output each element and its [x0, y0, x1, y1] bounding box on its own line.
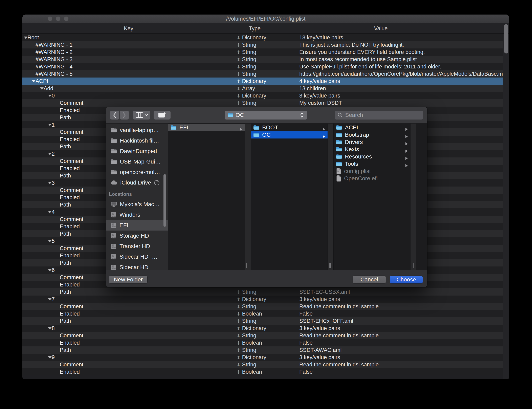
disclosure-triangle-icon[interactable] [48, 298, 52, 300]
plist-row[interactable]: Comment↕StringRead the comment in dsl sa… [22, 361, 503, 368]
plist-row[interactable]: 7↕Dictionary3 key/value pairs [22, 296, 503, 303]
sidebar-location-sidecar-hd[interactable]: Sidecar HD [106, 262, 168, 270]
plist-row[interactable]: Enabled↕BooleanFalse [22, 368, 503, 375]
search-field[interactable] [335, 111, 423, 120]
plist-row[interactable]: 0↕Dictionary3 key/value pairs [22, 92, 503, 99]
row-type[interactable]: ↕Array [237, 85, 255, 92]
row-type[interactable]: ↕String [237, 56, 256, 63]
row-value[interactable]: Read the comment in dsl sample [299, 361, 503, 368]
row-type[interactable]: ↕Dictionary [237, 92, 266, 100]
sidebar-location-winders[interactable]: Winders [106, 210, 168, 220]
row-type[interactable]: ↕String [237, 99, 256, 107]
row-value[interactable]: SSDT-EC-USBX.aml [299, 288, 503, 296]
plist-row[interactable]: 8↕Dictionary3 key/value pairs [22, 325, 503, 332]
choose-button[interactable]: Choose [390, 276, 423, 283]
plist-row[interactable]: Add↕Array13 children [22, 85, 503, 92]
column-resize-handle[interactable] [412, 263, 414, 268]
row-value[interactable]: 13 children [299, 85, 503, 92]
plist-row[interactable]: Comment↕StringRead the comment in dsl sa… [22, 303, 503, 310]
new-folder-button[interactable]: New Folder [109, 276, 147, 283]
sidebar-item-usb-map-gui-[interactable]: USB-Map-Gui… [106, 157, 168, 167]
row-type[interactable]: ↕Dictionary [237, 34, 266, 41]
row-value[interactable]: 3 key/value pairs [299, 354, 503, 361]
row-value[interactable]: SSDT-AWAC.aml [299, 346, 503, 354]
row-type[interactable]: ↕String [237, 63, 256, 70]
row-value[interactable]: False [299, 339, 503, 346]
view-mode-button[interactable] [133, 111, 150, 120]
row-value[interactable]: Read the comment in dsl sample [299, 303, 503, 310]
disclosure-triangle-icon[interactable] [48, 211, 52, 213]
search-input[interactable] [345, 112, 413, 119]
row-type[interactable]: ↕Dictionary [237, 354, 266, 361]
disclosure-triangle-icon[interactable] [48, 182, 52, 184]
row-type[interactable]: ↕String [237, 317, 256, 325]
vertical-scrollbar-thumb[interactable] [504, 24, 508, 54]
column-header-type[interactable]: Type [235, 23, 275, 34]
row-type[interactable]: ↕Boolean [237, 310, 262, 317]
plist-row[interactable]: Path↕StringSSDT-AWAC.aml [22, 346, 503, 354]
row-type[interactable]: ↕Boolean [237, 368, 262, 375]
file-item-drivers[interactable]: Drivers [334, 139, 410, 146]
row-value[interactable]: SSDT-EHCx_OFF.aml [299, 317, 503, 325]
plist-row[interactable]: Path↕StringSSDT-EC-USBX.aml [22, 288, 503, 296]
file-item-config-plist[interactable]: config.plist [334, 167, 410, 175]
row-value[interactable]: This is just a sample. Do NOT try loadin… [299, 41, 503, 48]
column-header-key[interactable]: Key [22, 23, 235, 34]
plist-row[interactable]: #WARNING - 4↕StringUse SampleFull.plist … [22, 63, 503, 70]
row-value[interactable]: Read the comment in dsl sample [299, 332, 503, 339]
row-value[interactable]: Use SampleFull.plist for end of life mod… [299, 63, 503, 70]
row-value[interactable]: False [299, 368, 503, 375]
row-type[interactable]: ↕String [237, 41, 256, 49]
plist-row[interactable]: Root↕Dictionary13 key/value pairs [22, 34, 503, 41]
sidebar-item-opencore-mul-[interactable]: opencore-mul… [106, 167, 168, 177]
plist-row[interactable]: #WARNING - 2↕StringEnsure you understand… [22, 48, 503, 56]
plist-row[interactable]: Comment↕StringMy custom DSDT [22, 99, 503, 107]
row-type[interactable]: ↕Dictionary [237, 296, 266, 303]
plist-row[interactable]: #WARNING - 1↕StringThis is just a sample… [22, 41, 503, 48]
row-type[interactable]: ↕Dictionary [237, 325, 266, 332]
plist-row[interactable]: Enabled↕BooleanFalse [22, 339, 503, 346]
sidebar-location-transfer-hd[interactable]: Transfer HD [106, 241, 168, 251]
title-bar[interactable]: /Volumes/EFI/EFI/OC/config.plist [22, 15, 509, 23]
row-value[interactable]: 3 key/value pairs [299, 92, 503, 99]
row-value[interactable]: 3 key/value pairs [299, 325, 503, 332]
disclosure-triangle-icon[interactable] [48, 269, 52, 271]
sidebar-scrollbar-thumb[interactable] [164, 174, 166, 227]
sidebar-location-mykola-s-mac-[interactable]: Mykola’s Mac… [106, 199, 168, 210]
column-resize-handle[interactable] [246, 263, 248, 268]
column-resize-handle[interactable] [329, 263, 331, 268]
file-item-boot[interactable]: BOOT [251, 124, 328, 131]
folder-select-dropdown[interactable]: OC [225, 111, 307, 120]
file-item-bootstrap[interactable]: Bootstrap [334, 131, 410, 139]
column-resize-handle[interactable] [163, 263, 166, 268]
file-item-oc[interactable]: OC [251, 131, 328, 139]
disclosure-triangle-icon[interactable] [40, 87, 44, 90]
file-item-tools[interactable]: Tools [334, 160, 410, 167]
disclosure-triangle-icon[interactable] [24, 37, 28, 39]
forward-button[interactable] [120, 111, 129, 120]
file-item-opencore-efi[interactable]: OpenCore.efi [334, 175, 410, 182]
plist-row[interactable]: Path↕StringSSDT-EHCx_OFF.aml [22, 317, 503, 325]
file-item-acpi[interactable]: ACPI [334, 124, 410, 131]
row-type[interactable]: ↕String [237, 346, 256, 354]
disclosure-triangle-icon[interactable] [48, 124, 52, 126]
back-button[interactable] [110, 111, 119, 120]
file-item-efi[interactable]: EFI [168, 124, 245, 131]
sidebar-location-efi[interactable]: EFI [106, 220, 168, 231]
sidebar-item-vanilla-laptop-[interactable]: vanilla-laptop… [106, 125, 168, 135]
row-type[interactable]: ↕Boolean [237, 339, 262, 347]
row-type[interactable]: ↕String [237, 70, 256, 78]
row-value[interactable]: In most cases recommended to use Sample.… [299, 56, 503, 63]
row-type[interactable]: ↕String [237, 332, 256, 339]
sidebar-item-hackintosh-fil-[interactable]: Hackintosh fil… [106, 135, 168, 146]
sidebar-item-icloud-drive[interactable]: iCloud Drive [106, 177, 168, 188]
new-folder-toolbar-button[interactable] [154, 111, 171, 120]
scrollbar-track[interactable] [503, 34, 509, 379]
disclosure-triangle-icon[interactable] [48, 327, 52, 329]
row-value[interactable]: False [299, 310, 503, 317]
disclosure-triangle-icon[interactable] [48, 240, 52, 242]
column-divider[interactable] [487, 24, 487, 33]
plist-row[interactable]: 9↕Dictionary3 key/value pairs [22, 354, 503, 361]
row-value[interactable]: 13 key/value pairs [299, 34, 503, 41]
plist-row[interactable]: #WARNING - 3↕StringIn most cases recomme… [22, 56, 503, 63]
